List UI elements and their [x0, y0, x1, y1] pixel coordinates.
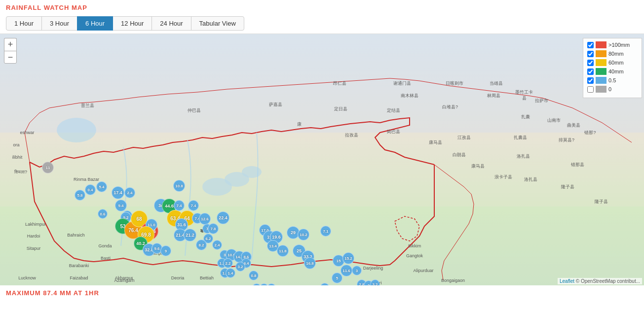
map-attribution: Leaflet © OpenStreetMap contribut...: [558, 278, 642, 284]
legend-item-40: 40mm: [587, 68, 638, 75]
legend-label-0: 0: [608, 86, 611, 92]
zoom-in-button[interactable]: +: [4, 38, 17, 51]
rainfall-marker[interactable]: 3.2: [235, 262, 245, 272]
legend-color-05: [596, 77, 606, 84]
rainfall-marker[interactable]: 10.8: [173, 180, 185, 192]
legend-color-40: [596, 68, 606, 75]
tab-3hr[interactable]: 3 Hour: [41, 16, 77, 31]
max-rainfall-info: MAXIMUM 87.4 MM AT 1HR: [0, 285, 644, 301]
legend-label-40: 40mm: [608, 69, 624, 74]
legend-color-60: [596, 59, 606, 66]
rainfall-marker[interactable]: 7.8: [208, 223, 219, 234]
svg-rect-4: [0, 34, 644, 133]
legend-label-80: 80mm: [608, 51, 624, 57]
rainfall-marker[interactable]: 11.6: [341, 265, 352, 276]
tab-bar: 1 Hour 3 Hour 6 Hour 12 Hour 24 Hour Tab…: [0, 13, 644, 34]
tab-6hr[interactable]: 6 Hour: [77, 16, 113, 31]
legend-color-100: [596, 41, 606, 48]
legend-item-100: >100mm: [587, 41, 638, 48]
rainfall-marker[interactable]: 0.6: [98, 209, 108, 219]
svg-rect-6: [0, 206, 644, 285]
tab-12hr[interactable]: 12 Hour: [113, 16, 152, 31]
legend-color-80: [596, 50, 606, 57]
leaflet-link[interactable]: Leaflet: [560, 278, 574, 284]
rainfall-marker[interactable]: 5: [332, 273, 342, 283]
rainfall-marker[interactable]: 12.6: [199, 213, 211, 225]
legend-label-60: 60mm: [608, 60, 624, 66]
rainfall-marker[interactable]: 21.2: [184, 229, 196, 241]
legend-check-05[interactable]: [587, 77, 594, 84]
rainfall-marker[interactable]: 9: [160, 245, 171, 256]
rainfall-marker[interactable]: 2.4: [212, 240, 222, 250]
rainfall-marker[interactable]: 9.4: [115, 200, 127, 211]
rainfall-marker[interactable]: 7.1: [320, 226, 331, 237]
rainfall-marker[interactable]: 5.8: [75, 190, 85, 201]
rainfall-marker[interactable]: 3: [352, 266, 362, 275]
legend-label-100: >100mm: [608, 42, 630, 48]
tab-1hr[interactable]: 1 Hour: [6, 16, 42, 31]
legend-check-80[interactable]: [587, 51, 594, 57]
map-svg: [0, 34, 644, 285]
rainfall-marker[interactable]: 5.4: [96, 181, 107, 192]
legend-item-80: 80mm: [587, 50, 638, 57]
rainfall-marker[interactable]: 22.4: [217, 211, 229, 224]
map-container[interactable]: + − काठमाडौं Sikkim Gangtok Lakhimpur Ha…: [0, 34, 644, 285]
rainfall-marker[interactable]: 2.4: [124, 187, 135, 198]
legend-check-0[interactable]: [587, 86, 594, 93]
legend-item-60: 60mm: [587, 59, 638, 66]
rainfall-marker[interactable]: 1.4: [226, 268, 235, 278]
legend-color-0: [596, 86, 606, 93]
rainfall-marker[interactable]: 8.2: [196, 240, 207, 250]
rainfall-marker[interactable]: 17.4: [112, 186, 124, 199]
rainfall-marker[interactable]: 15.2: [342, 252, 354, 264]
rainfall-marker[interactable]: 11.8: [277, 245, 289, 257]
legend-check-100[interactable]: [587, 42, 594, 48]
osm-attribution: © OpenStreetMap contribut...: [576, 278, 640, 284]
zoom-out-button[interactable]: −: [4, 51, 17, 64]
zoom-controls: + −: [4, 38, 17, 64]
tab-24hr[interactable]: 24 Hour: [152, 16, 191, 31]
legend-label-05: 0.5: [608, 77, 616, 83]
rainfall-marker[interactable]: 16.8: [304, 257, 316, 269]
rainfall-marker[interactable]: 11: [42, 162, 54, 173]
legend: >100mm 80mm 60mm 40mm 0.5 0: [583, 38, 642, 98]
tab-tabular[interactable]: Tabular View: [191, 16, 244, 31]
rainfall-marker[interactable]: 0.8: [249, 271, 259, 280]
legend-check-60[interactable]: [587, 60, 594, 66]
svg-rect-5: [0, 133, 644, 206]
rainfall-marker[interactable]: 7.4: [174, 200, 185, 211]
legend-check-40[interactable]: [587, 69, 594, 75]
rainfall-marker[interactable]: 2.2: [223, 258, 233, 268]
rainfall-marker[interactable]: 7.4: [188, 200, 199, 211]
legend-item-0: 0: [587, 86, 638, 93]
page-title: RAINFALL WATCH MAP: [0, 0, 644, 13]
legend-item-05: 0.5: [587, 77, 638, 84]
rainfall-marker[interactable]: 10.2: [298, 229, 309, 240]
rainfall-marker[interactable]: 0.4: [85, 184, 96, 195]
